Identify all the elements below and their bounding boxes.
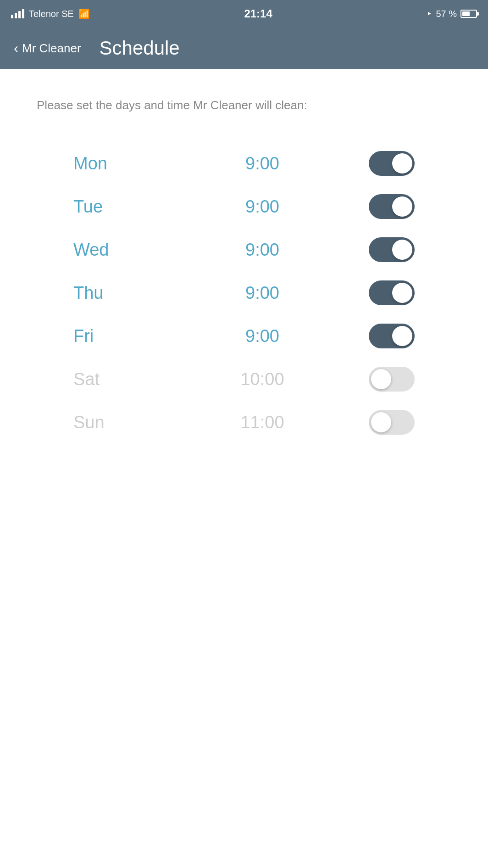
schedule-row-fri: Fri 9:00	[37, 314, 451, 358]
back-chevron-icon: ‹	[14, 40, 18, 56]
status-time: 21:14	[244, 7, 272, 20]
schedule-row-tue: Tue 9:00	[37, 185, 451, 228]
carrier-label: Telenor SE	[29, 9, 74, 19]
toggle-sun[interactable]	[369, 410, 415, 435]
instructions-text: Please set the days and time Mr Cleaner …	[37, 96, 349, 114]
status-left: Telenor SE 📶	[11, 8, 90, 19]
time-label-sun: 11:00	[165, 413, 360, 432]
toggle-wed[interactable]	[369, 237, 415, 262]
schedule-row-sat: Sat 10:00	[37, 358, 451, 401]
toggle-knob-tue	[392, 196, 412, 217]
day-label-fri: Fri	[73, 326, 165, 346]
time-label-sat: 10:00	[165, 370, 360, 389]
time-label-wed: 9:00	[165, 240, 360, 260]
day-label-thu: Thu	[73, 283, 165, 303]
time-label-mon: 9:00	[165, 154, 360, 174]
location-icon: ‣	[427, 8, 432, 19]
battery-percent: 57 %	[436, 9, 457, 19]
toggle-fri[interactable]	[369, 324, 415, 348]
day-label-mon: Mon	[73, 154, 165, 174]
time-label-fri: 9:00	[165, 326, 360, 346]
day-label-sat: Sat	[73, 370, 165, 389]
wifi-icon: 📶	[78, 8, 90, 19]
toggle-mon[interactable]	[369, 151, 415, 176]
toggle-wrapper-sat	[360, 367, 415, 392]
status-bar: Telenor SE 📶 21:14 ‣ 57 %	[0, 0, 488, 28]
toggle-tue[interactable]	[369, 194, 415, 219]
toggle-wrapper-fri	[360, 324, 415, 348]
back-label: Mr Cleaner	[22, 41, 81, 56]
back-button[interactable]: ‹ Mr Cleaner	[14, 40, 81, 56]
status-right: ‣ 57 %	[427, 8, 477, 19]
toggle-knob-mon	[392, 153, 412, 174]
toggle-knob-sat	[371, 369, 391, 389]
day-label-tue: Tue	[73, 197, 165, 217]
battery-icon	[460, 10, 477, 18]
time-label-tue: 9:00	[165, 197, 360, 217]
toggle-knob-wed	[392, 240, 412, 260]
time-label-thu: 9:00	[165, 283, 360, 303]
schedule-row-sun: Sun 11:00	[37, 401, 451, 444]
toggle-wrapper-tue	[360, 194, 415, 219]
schedule-row-thu: Thu 9:00	[37, 271, 451, 314]
main-content: Please set the days and time Mr Cleaner …	[0, 69, 488, 462]
toggle-knob-fri	[392, 326, 412, 346]
toggle-wrapper-mon	[360, 151, 415, 176]
toggle-wrapper-sun	[360, 410, 415, 435]
toggle-thu[interactable]	[369, 280, 415, 305]
schedule-row-mon: Mon 9:00	[37, 142, 451, 185]
page-title: Schedule	[100, 37, 180, 59]
schedule-row-wed: Wed 9:00	[37, 228, 451, 271]
nav-bar: ‹ Mr Cleaner Schedule	[0, 28, 488, 69]
toggle-wrapper-thu	[360, 280, 415, 305]
day-label-wed: Wed	[73, 240, 165, 260]
toggle-knob-sun	[371, 412, 391, 432]
signal-icon	[11, 9, 24, 18]
schedule-list: Mon 9:00 Tue 9:00 Wed 9:00 Thu 9:00	[37, 142, 451, 444]
toggle-sat[interactable]	[369, 367, 415, 392]
toggle-knob-thu	[392, 283, 412, 303]
day-label-sun: Sun	[73, 413, 165, 432]
toggle-wrapper-wed	[360, 237, 415, 262]
